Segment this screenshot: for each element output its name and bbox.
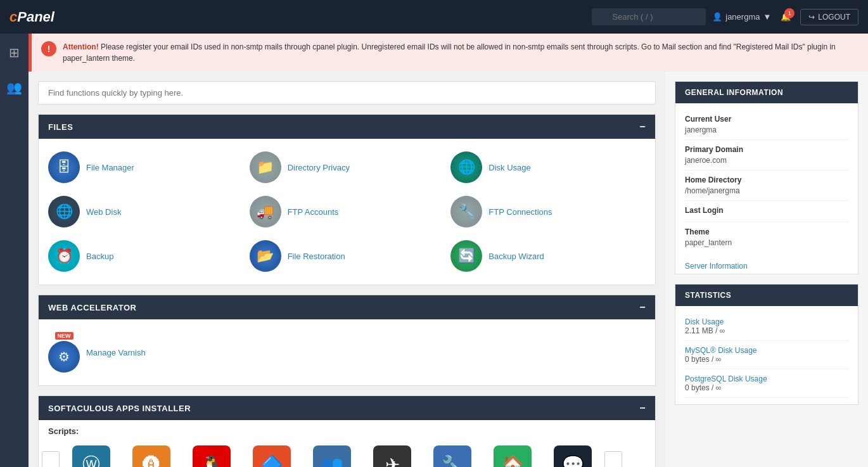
file-restoration-icon: 📂 — [250, 240, 281, 272]
disk-usage-icon: 🌐 — [450, 151, 482, 183]
alert-icon: ! — [41, 41, 56, 56]
apps-prev-button[interactable]: ‹ — [42, 451, 60, 468]
app-mybb[interactable]: 💬 MyBB — [544, 445, 601, 467]
ftp-connections-icon: 🔧 — [450, 196, 482, 227]
user-section: 👤 janergma ▼ 🔔 1 ↪ LOGOUT — [712, 9, 858, 25]
web-accelerator-title: WEB ACCELERATOR — [48, 303, 136, 312]
web-accelerator-content: NEW ⚙ Manage Varnish — [39, 319, 655, 385]
general-info-box: GENERAL INFORMATION Current User janergm… — [675, 81, 858, 274]
disk-usage-item[interactable]: 🌐 Disk Usage — [450, 151, 646, 183]
ftp-accounts-item[interactable]: 🚚 FTP Accounts — [250, 196, 445, 227]
apps-next-button[interactable]: › — [604, 451, 622, 468]
file-restoration-label: File Restoration — [288, 252, 345, 261]
directory-privacy-icon: 📁 — [250, 151, 281, 183]
file-restoration-item[interactable]: 📂 File Restoration — [250, 240, 445, 272]
backup-label: Backup — [86, 252, 113, 261]
app-whmcs[interactable]: 🔧 WHMCS — [424, 445, 481, 467]
logout-button[interactable]: ↪ LOGOUT — [800, 9, 858, 25]
web-accelerator-collapse[interactable]: − — [639, 302, 646, 313]
web-disk-icon: 🌐 — [48, 196, 80, 227]
directory-privacy-item[interactable]: 📁 Directory Privacy — [250, 151, 445, 183]
file-manager-item[interactable]: 🗄 File Manager — [48, 151, 243, 183]
softaculous-title: SOFTACULOUS APPS INSTALLER — [48, 404, 191, 413]
statistics-header: STATISTICS — [675, 285, 858, 306]
new-badge: NEW — [55, 332, 73, 340]
cpanel-logo: cPanel — [10, 9, 54, 25]
theme-value: paper_lantern — [685, 238, 848, 247]
ftp-connections-label: FTP Connections — [488, 207, 552, 217]
statistics-box: STATISTICS Disk Usage 2.11 MB / ∞ MySQL®… — [675, 284, 858, 405]
web-accelerator-section: WEB ACCELERATOR − NEW ⚙ Manage Varnish — [38, 295, 656, 386]
app-joomla[interactable]: 🔷 Joomla — [243, 445, 300, 467]
mysql-disk-stat-label[interactable]: MySQL® Disk Usage — [685, 346, 848, 355]
varnish-icon-wrapper: NEW ⚙ — [48, 332, 80, 373]
sidebar: ⊞ 👥 — [0, 34, 29, 467]
general-info-content: Current User janergma Primary Domain jan… — [675, 103, 858, 259]
last-login-row: Last Login — [685, 201, 848, 222]
files-section-content: 🗄 File Manager 📁 Directory Privacy 🌐 — [39, 139, 655, 285]
theme-label: Theme — [685, 227, 848, 236]
disk-usage-stat-row: Disk Usage 2.11 MB / ∞ — [685, 312, 848, 341]
backup-wizard-item[interactable]: 🔄 Backup Wizard — [450, 240, 646, 272]
manage-varnish-link[interactable]: Manage Varnish — [86, 348, 146, 357]
app-abantecart[interactable]: 🅐 AbanteCart — [123, 445, 180, 467]
top-nav: cPanel 🔍 👤 janergma ▼ 🔔 1 ↪ LOGOUT — [0, 0, 868, 34]
postgresql-disk-stat-value: 0 bytes / ∞ — [685, 383, 848, 392]
user-icon: 👤 — [712, 12, 722, 22]
notification-badge: 1 — [784, 8, 795, 18]
ftp-connections-item[interactable]: 🔧 FTP Connections — [450, 196, 646, 227]
mysql-disk-stat-row: MySQL® Disk Usage 0 bytes / ∞ — [685, 341, 848, 369]
softaculous-collapse[interactable]: − — [639, 402, 646, 414]
softaculous-header: SOFTACULOUS APPS INSTALLER − — [39, 396, 655, 420]
notifications-bell[interactable]: 🔔 1 — [781, 12, 791, 22]
server-info-link[interactable]: Server Information — [675, 259, 858, 274]
primary-domain-label: Primary Domain — [685, 145, 848, 154]
search-wrapper: 🔍 — [592, 8, 706, 25]
right-panel: GENERAL INFORMATION Current User janergm… — [665, 72, 868, 467]
function-search-input[interactable] — [38, 81, 656, 105]
primary-domain-value: janeroe.com — [685, 156, 848, 165]
app-smf[interactable]: ✈ SMF — [364, 445, 421, 467]
postgresql-disk-stat-row: PostgreSQL Disk Usage 0 bytes / ∞ — [685, 369, 848, 398]
manage-varnish-item[interactable]: NEW ⚙ Manage Varnish — [48, 332, 646, 373]
postgresql-disk-stat-label[interactable]: PostgreSQL Disk Usage — [685, 374, 848, 383]
main-layout: ⊞ 👥 ! Attention! Please register your em… — [0, 34, 868, 467]
app-prestashop[interactable]: 🐧 PrestaShop — [183, 445, 240, 467]
abantecart-icon: 🅐 — [132, 445, 170, 467]
chevron-down-icon: ▼ — [763, 12, 771, 22]
alert-banner: ! Attention! Please register your email … — [29, 34, 868, 72]
files-items-grid: 🗄 File Manager 📁 Directory Privacy 🌐 — [48, 151, 646, 272]
softaculous-section: SOFTACULOUS APPS INSTALLER − Scripts: ‹ … — [38, 395, 656, 467]
sidebar-users-icon[interactable]: 👥 — [1, 75, 27, 100]
files-section: FILES − 🗄 File Manager 📁 — [38, 114, 656, 285]
last-login-label: Last Login — [685, 206, 848, 215]
ftp-accounts-label: FTP Accounts — [288, 207, 339, 217]
whmcs-icon: 🔧 — [433, 445, 471, 467]
files-section-header: FILES − — [39, 115, 655, 139]
main-content: FILES − 🗄 File Manager 📁 — [29, 72, 665, 467]
open-real-estate-icon: 🏠 — [494, 445, 532, 467]
web-disk-item[interactable]: 🌐 Web Disk — [48, 196, 243, 227]
smf-icon: ✈ — [373, 445, 411, 467]
general-info-header: GENERAL INFORMATION — [675, 82, 858, 103]
phpbb-icon: 👥 — [313, 445, 351, 467]
user-dropdown[interactable]: 👤 janergma ▼ — [712, 12, 771, 22]
files-section-collapse[interactable]: − — [639, 121, 646, 132]
joomla-icon: 🔷 — [253, 445, 291, 467]
app-phpbb[interactable]: 👥 phpBB — [303, 445, 361, 467]
theme-row: Theme paper_lantern — [685, 222, 848, 252]
app-wordpress[interactable]: ⓦ WordPress — [63, 445, 120, 467]
home-directory-value: /home/janergma — [685, 186, 848, 195]
mybb-icon: 💬 — [554, 445, 592, 467]
wordpress-icon: ⓦ — [72, 445, 110, 467]
sidebar-grid-icon[interactable]: ⊞ — [4, 40, 25, 65]
backup-item[interactable]: ⏰ Backup — [48, 240, 243, 272]
top-search-input[interactable] — [592, 8, 706, 25]
statistics-content: Disk Usage 2.11 MB / ∞ MySQL® Disk Usage… — [675, 306, 858, 404]
username-label: janergma — [725, 12, 760, 22]
files-section-title: FILES — [48, 122, 73, 132]
disk-usage-stat-label[interactable]: Disk Usage — [685, 317, 848, 326]
current-user-row: Current User janergma — [685, 110, 848, 140]
app-open-real-estate[interactable]: 🏠 Open Real Estate — [484, 445, 541, 467]
logout-icon: ↪ — [808, 13, 815, 22]
